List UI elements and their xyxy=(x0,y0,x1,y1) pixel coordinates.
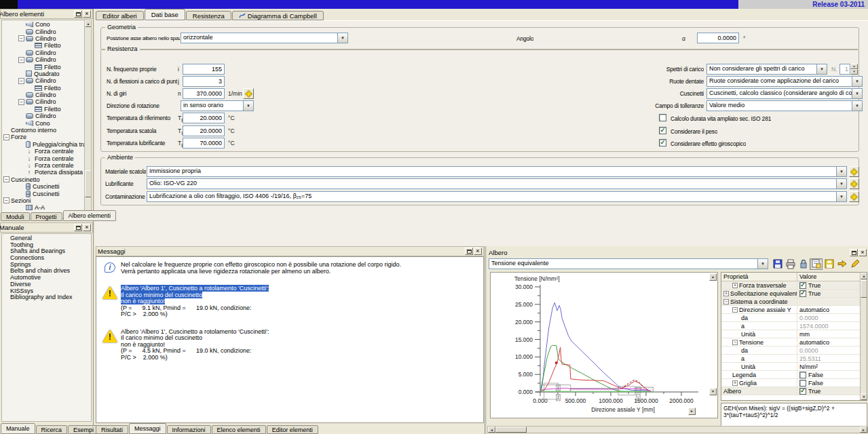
chevron-down-icon[interactable]: ▼ xyxy=(337,33,347,43)
checkbox[interactable]: ✓ xyxy=(799,388,806,395)
contaminazione-combo[interactable]: Lubrificazione a olio con filtraggio, IS… xyxy=(147,191,847,202)
tab-editor-elementi[interactable]: Editor elementi xyxy=(267,425,318,434)
spettri-combo[interactable]: Non considerare gli spettri di carico ▼ xyxy=(706,64,827,75)
scroll-down-icon[interactable]: ▼ xyxy=(861,393,867,400)
manual-item-bibliography-and-index[interactable]: Bibliography and Index xyxy=(2,294,91,301)
collapse-icon[interactable]: − xyxy=(3,197,10,203)
chevron-down-icon[interactable]: ▼ xyxy=(836,167,846,176)
tab-dati-base[interactable]: Dati base xyxy=(145,9,185,20)
scroll-thumb[interactable] xyxy=(861,280,867,298)
tree-item-cuscinetto[interactable]: −Cuscinetto xyxy=(2,176,84,183)
property-row-a[interactable]: a1574.0000 xyxy=(721,322,860,330)
panel-splitter[interactable] xyxy=(485,246,487,434)
checkbox-considerare-peso[interactable]: ✓ xyxy=(659,127,666,134)
checkbox[interactable]: ✓ xyxy=(799,372,806,378)
tab-elenco-elementi[interactable]: Elenco elementi xyxy=(212,425,266,434)
tree-item-puleggia-cinghia-tra[interactable]: Puleggia/cinghia tra... xyxy=(2,141,84,148)
tree-item-filetto[interactable]: Filetto xyxy=(2,42,84,49)
chevron-down-icon[interactable]: ▼ xyxy=(757,259,768,269)
collapse-icon[interactable]: − xyxy=(3,176,10,182)
save-as-icon[interactable] xyxy=(823,258,835,270)
tab-ricerca[interactable]: Ricerca xyxy=(36,425,68,434)
properties-scrollbar[interactable]: ▲ ▼ xyxy=(860,273,867,400)
chevron-down-icon[interactable]: ▼ xyxy=(243,101,253,111)
property-row-forza-trasversale[interactable]: +Forza trasversale✓True xyxy=(721,281,860,290)
chevron-down-icon[interactable]: ▼ xyxy=(852,101,862,111)
tree-item-cilindro[interactable]: −Cilindro xyxy=(2,35,84,42)
float-panel-icon[interactable] xyxy=(465,248,473,255)
tree-item-cilindro[interactable]: Cilindro xyxy=(2,50,84,56)
scroll-right-icon[interactable]: ► xyxy=(860,427,867,433)
property-row-a[interactable]: a25.5311 xyxy=(721,355,860,363)
chevron-down-icon[interactable]: ▼ xyxy=(852,77,862,86)
collapse-icon[interactable]: − xyxy=(723,299,729,304)
tree-item-cono[interactable]: Cono xyxy=(2,119,84,126)
collapse-icon[interactable]: − xyxy=(18,35,24,41)
tree-item-cilindro[interactable]: −Cilindro xyxy=(2,77,84,84)
tolleranze-combo[interactable]: Valore medio ▼ xyxy=(706,100,863,111)
scroll-up-icon[interactable]: ▲ xyxy=(85,20,92,27)
expand-icon[interactable]: + xyxy=(723,291,729,296)
tree-item-forza-centrale[interactable]: ↓Forza centrale xyxy=(2,162,84,169)
chart-scroll-right-icon[interactable]: ► xyxy=(688,408,696,415)
property-row-da[interactable]: da0.0000 xyxy=(721,347,860,355)
property-row-unit[interactable]: UnitàN/mm² xyxy=(721,363,860,371)
float-panel-icon[interactable] xyxy=(74,10,82,18)
tree-item-forza-centrale[interactable]: ↓Forza centrale xyxy=(2,148,84,155)
posizione-combo[interactable]: orizzontale ▼ xyxy=(181,33,348,43)
tab-risultati[interactable]: Risultati xyxy=(96,425,128,434)
tree-item-contorno-interno[interactable]: Contorno interno xyxy=(2,127,84,134)
checkbox[interactable]: ✓ xyxy=(799,380,806,387)
spin-down-icon[interactable]: ▼ xyxy=(850,69,858,75)
export-icon[interactable] xyxy=(835,258,848,270)
horizontal-scrollbar[interactable]: ◄ ► xyxy=(487,426,868,433)
tab-editor-alberi[interactable]: Editor alberi xyxy=(96,11,144,20)
checkbox[interactable]: ✓ xyxy=(799,290,806,297)
temp-scatola-input[interactable] xyxy=(183,125,225,136)
angolo-input[interactable] xyxy=(697,33,739,43)
tree-item-potenza-dissipata[interactable]: ↑Potenza dissipata xyxy=(2,169,84,176)
close-icon[interactable]: × xyxy=(83,224,91,231)
chart-scroll-up-icon[interactable]: ▲ xyxy=(709,273,717,281)
lubrificante-combo[interactable]: Olio: ISO-VG 220 ▼ xyxy=(147,178,847,189)
print-icon[interactable] xyxy=(784,258,797,270)
tree-item-filetto[interactable]: Filetto xyxy=(2,85,84,92)
tree-item-quadrato[interactable]: Quadrato xyxy=(2,71,84,77)
tree-item-filetto[interactable]: Filetto xyxy=(2,106,84,113)
flessioni-input[interactable] xyxy=(183,76,225,87)
close-icon[interactable]: × xyxy=(474,248,482,255)
giri-input[interactable] xyxy=(183,88,225,99)
sizing-button[interactable] xyxy=(849,166,859,177)
edit-icon[interactable] xyxy=(848,258,861,270)
tab-progetti[interactable]: Progetti xyxy=(31,212,62,221)
tree-item-cilindro[interactable]: Cilindro xyxy=(2,28,84,35)
tree-item-cilindro[interactable]: Cilindro xyxy=(2,92,84,98)
lock-icon[interactable] xyxy=(797,258,810,270)
property-row-da[interactable]: da0.0000 xyxy=(721,314,860,322)
collapse-icon[interactable]: − xyxy=(732,340,738,345)
tab-moduli[interactable]: Moduli xyxy=(1,212,30,221)
float-panel-icon[interactable] xyxy=(850,249,858,256)
ruote-combo[interactable]: Ruote considerate come applicazione del … xyxy=(706,76,863,87)
tree-item-cuscinetti[interactable]: Cuscinetti xyxy=(2,190,84,197)
property-row-unit[interactable]: Unitàmm xyxy=(721,330,860,338)
chart-scroll-down-icon[interactable]: ▼ xyxy=(709,388,717,395)
tab-messaggi[interactable]: Messaggi xyxy=(129,423,166,434)
elements-tree-scrollbar[interactable]: ▲ ▼ xyxy=(84,20,91,218)
scroll-thumb[interactable] xyxy=(85,170,92,197)
tab-informazioni[interactable]: Informazioni xyxy=(167,425,211,434)
tab-resistenza[interactable]: Resistenza xyxy=(186,11,231,20)
tree-item-forze[interactable]: −Forze xyxy=(2,134,84,140)
close-icon[interactable]: × xyxy=(83,10,91,18)
tab-manuale[interactable]: Manuale xyxy=(1,423,35,434)
collapse-icon[interactable]: − xyxy=(18,78,24,84)
collapse-icon[interactable]: − xyxy=(18,57,24,63)
property-row-griglia[interactable]: +Griglia✓False xyxy=(721,379,860,387)
tree-item-cilindro[interactable]: −Cilindro xyxy=(2,56,84,63)
property-row-direzione-assiale-y[interactable]: −Direzione assiale Yautomatico xyxy=(721,306,860,314)
frequenze-input[interactable] xyxy=(183,64,225,75)
scroll-thumb[interactable] xyxy=(495,427,527,433)
property-row-tensione[interactable]: −Tensioneautomatico xyxy=(721,338,860,347)
tree-item-forza-centrale[interactable]: ↓Forza centrale xyxy=(2,155,84,161)
property-row-sollecitazione-equivalente[interactable]: +Sollecitazione equivalente✓True xyxy=(721,290,860,298)
